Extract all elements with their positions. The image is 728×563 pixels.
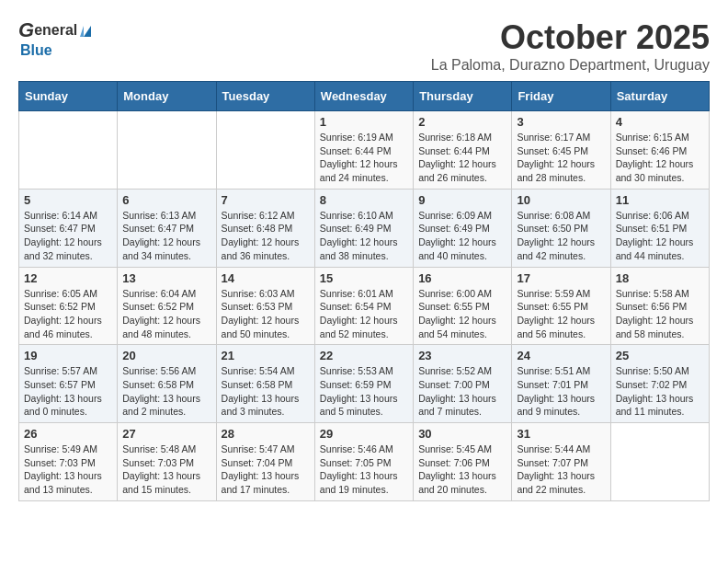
day-info: Sunrise: 6:15 AM Sunset: 6:46 PM Dayligh… (616, 131, 704, 185)
calendar-cell: 17Sunrise: 5:59 AM Sunset: 6:55 PM Dayli… (512, 267, 610, 345)
day-info: Sunrise: 5:59 AM Sunset: 6:55 PM Dayligh… (517, 287, 605, 341)
calendar-week-row-2: 12Sunrise: 6:05 AM Sunset: 6:52 PM Dayli… (19, 267, 710, 345)
day-info: Sunrise: 6:08 AM Sunset: 6:50 PM Dayligh… (517, 209, 605, 263)
day-info: Sunrise: 6:01 AM Sunset: 6:54 PM Dayligh… (320, 287, 408, 341)
day-info: Sunrise: 5:47 AM Sunset: 7:04 PM Dayligh… (222, 442, 310, 497)
calendar-cell: 25Sunrise: 5:50 AM Sunset: 7:02 PM Dayli… (610, 345, 709, 423)
logo-general-g: G (18, 18, 34, 42)
calendar-cell: 19Sunrise: 5:57 AM Sunset: 6:57 PM Dayli… (19, 345, 118, 423)
day-number: 31 (517, 427, 605, 441)
calendar-cell: 30Sunrise: 5:45 AM Sunset: 7:06 PM Dayli… (414, 423, 512, 501)
calendar-cell: 6Sunrise: 6:13 AM Sunset: 6:47 PM Daylig… (118, 189, 216, 267)
calendar-cell: 12Sunrise: 6:05 AM Sunset: 6:52 PM Dayli… (19, 267, 118, 345)
day-info: Sunrise: 6:09 AM Sunset: 6:49 PM Dayligh… (418, 209, 506, 263)
day-number: 30 (418, 427, 506, 441)
weekday-header-wednesday: Wednesday (314, 82, 413, 111)
logo-blue-text: Blue (20, 42, 52, 58)
day-info: Sunrise: 6:00 AM Sunset: 6:55 PM Dayligh… (418, 287, 506, 341)
logo: G eneral Blue (18, 18, 96, 59)
weekday-header-saturday: Saturday (610, 82, 709, 111)
day-number: 7 (222, 193, 310, 207)
day-number: 9 (418, 193, 506, 207)
weekday-header-monday: Monday (118, 82, 216, 111)
calendar-cell (216, 111, 314, 190)
calendar-cell: 11Sunrise: 6:06 AM Sunset: 6:51 PM Dayli… (610, 189, 709, 267)
calendar-cell: 29Sunrise: 5:46 AM Sunset: 7:05 PM Dayli… (314, 423, 413, 501)
day-number: 5 (24, 193, 112, 207)
calendar-cell: 28Sunrise: 5:47 AM Sunset: 7:04 PM Dayli… (216, 423, 314, 501)
day-info: Sunrise: 6:04 AM Sunset: 6:52 PM Dayligh… (122, 287, 210, 341)
svg-marker-0 (84, 26, 91, 37)
calendar-cell: 4Sunrise: 6:15 AM Sunset: 6:46 PM Daylig… (610, 111, 709, 190)
calendar-cell: 3Sunrise: 6:17 AM Sunset: 6:45 PM Daylig… (512, 111, 610, 190)
header: G eneral Blue October 2025 La Paloma, Du… (18, 18, 710, 74)
day-info: Sunrise: 6:03 AM Sunset: 6:53 PM Dayligh… (222, 287, 310, 341)
day-number: 6 (122, 193, 210, 207)
day-info: Sunrise: 6:10 AM Sunset: 6:49 PM Dayligh… (320, 209, 408, 263)
day-number: 11 (616, 193, 704, 207)
calendar-cell: 14Sunrise: 6:03 AM Sunset: 6:53 PM Dayli… (216, 267, 314, 345)
day-info: Sunrise: 5:58 AM Sunset: 6:56 PM Dayligh… (616, 287, 704, 341)
day-info: Sunrise: 5:57 AM Sunset: 6:57 PM Dayligh… (24, 364, 112, 419)
day-number: 26 (24, 427, 112, 441)
calendar-cell: 24Sunrise: 5:51 AM Sunset: 7:01 PM Dayli… (512, 345, 610, 423)
day-info: Sunrise: 5:49 AM Sunset: 7:03 PM Dayligh… (24, 442, 112, 497)
weekday-header-row: SundayMondayTuesdayWednesdayThursdayFrid… (19, 82, 710, 111)
day-number: 17 (517, 271, 605, 285)
day-info: Sunrise: 5:50 AM Sunset: 7:02 PM Dayligh… (616, 364, 704, 419)
calendar-cell: 26Sunrise: 5:49 AM Sunset: 7:03 PM Dayli… (19, 423, 118, 501)
calendar-cell: 20Sunrise: 5:56 AM Sunset: 6:58 PM Dayli… (118, 345, 216, 423)
calendar-cell (118, 111, 216, 190)
calendar-week-row-3: 19Sunrise: 5:57 AM Sunset: 6:57 PM Dayli… (19, 345, 710, 423)
weekday-header-thursday: Thursday (414, 82, 512, 111)
day-info: Sunrise: 6:19 AM Sunset: 6:44 PM Dayligh… (320, 131, 408, 185)
day-info: Sunrise: 5:54 AM Sunset: 6:58 PM Dayligh… (222, 364, 310, 419)
calendar-cell: 8Sunrise: 6:10 AM Sunset: 6:49 PM Daylig… (314, 189, 413, 267)
day-number: 21 (222, 349, 310, 362)
calendar-cell: 31Sunrise: 5:44 AM Sunset: 7:07 PM Dayli… (512, 423, 610, 501)
subtitle: La Paloma, Durazno Department, Uruguay (431, 57, 710, 74)
calendar-cell: 21Sunrise: 5:54 AM Sunset: 6:58 PM Dayli… (216, 345, 314, 423)
calendar-cell: 27Sunrise: 5:48 AM Sunset: 7:03 PM Dayli… (118, 423, 216, 501)
calendar-cell: 10Sunrise: 6:08 AM Sunset: 6:50 PM Dayli… (512, 189, 610, 267)
day-info: Sunrise: 6:14 AM Sunset: 6:47 PM Dayligh… (24, 209, 112, 263)
day-info: Sunrise: 6:06 AM Sunset: 6:51 PM Dayligh… (616, 209, 704, 263)
calendar-week-row-4: 26Sunrise: 5:49 AM Sunset: 7:03 PM Dayli… (19, 423, 710, 501)
day-info: Sunrise: 6:12 AM Sunset: 6:48 PM Dayligh… (222, 209, 310, 263)
svg-marker-1 (80, 26, 84, 37)
day-number: 8 (320, 193, 408, 207)
calendar-table: SundayMondayTuesdayWednesdayThursdayFrid… (18, 81, 710, 501)
day-info: Sunrise: 6:13 AM Sunset: 6:47 PM Dayligh… (122, 209, 210, 263)
calendar-cell: 13Sunrise: 6:04 AM Sunset: 6:52 PM Dayli… (118, 267, 216, 345)
day-info: Sunrise: 5:51 AM Sunset: 7:01 PM Dayligh… (517, 364, 605, 419)
day-number: 19 (24, 349, 112, 362)
day-number: 27 (122, 427, 210, 441)
day-info: Sunrise: 6:05 AM Sunset: 6:52 PM Dayligh… (24, 287, 112, 341)
calendar-cell: 22Sunrise: 5:53 AM Sunset: 6:59 PM Dayli… (314, 345, 413, 423)
day-info: Sunrise: 5:45 AM Sunset: 7:06 PM Dayligh… (418, 442, 506, 497)
day-number: 4 (616, 115, 704, 129)
day-info: Sunrise: 6:18 AM Sunset: 6:44 PM Dayligh… (418, 131, 506, 185)
calendar-cell: 16Sunrise: 6:00 AM Sunset: 6:55 PM Dayli… (414, 267, 512, 345)
calendar-week-row-1: 5Sunrise: 6:14 AM Sunset: 6:47 PM Daylig… (19, 189, 710, 267)
day-number: 18 (616, 271, 704, 285)
calendar-cell (19, 111, 118, 190)
day-info: Sunrise: 5:52 AM Sunset: 7:00 PM Dayligh… (418, 364, 506, 419)
day-info: Sunrise: 5:44 AM Sunset: 7:07 PM Dayligh… (517, 442, 605, 497)
calendar-cell: 5Sunrise: 6:14 AM Sunset: 6:47 PM Daylig… (19, 189, 118, 267)
day-info: Sunrise: 5:53 AM Sunset: 6:59 PM Dayligh… (320, 364, 408, 419)
day-number: 10 (517, 193, 605, 207)
weekday-header-sunday: Sunday (19, 82, 118, 111)
calendar-cell (610, 423, 709, 501)
logo-icon (79, 22, 96, 39)
calendar-cell: 18Sunrise: 5:58 AM Sunset: 6:56 PM Dayli… (610, 267, 709, 345)
title-area: October 2025 La Paloma, Durazno Departme… (431, 18, 710, 74)
calendar-cell: 1Sunrise: 6:19 AM Sunset: 6:44 PM Daylig… (314, 111, 413, 190)
calendar-cell: 2Sunrise: 6:18 AM Sunset: 6:44 PM Daylig… (414, 111, 512, 190)
day-number: 16 (418, 271, 506, 285)
day-number: 22 (320, 349, 408, 362)
day-info: Sunrise: 5:48 AM Sunset: 7:03 PM Dayligh… (122, 442, 210, 497)
day-number: 14 (222, 271, 310, 285)
weekday-header-friday: Friday (512, 82, 610, 111)
day-number: 25 (616, 349, 704, 362)
